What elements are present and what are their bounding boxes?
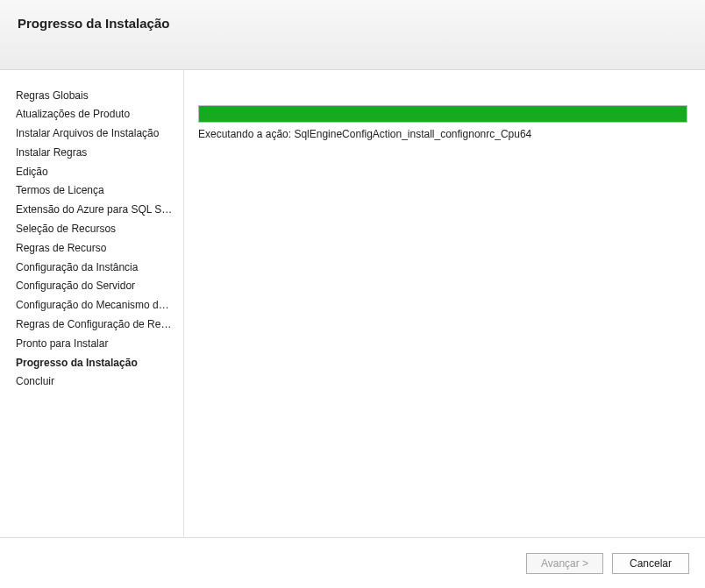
sidebar-item-label: Configuração da Instância: [16, 261, 138, 273]
sidebar-item-feature-selection[interactable]: Seleção de Recursos: [16, 220, 183, 239]
content-area: Regras Globais Atualizações de Produto I…: [0, 70, 705, 537]
sidebar-item-edition[interactable]: Edição: [16, 162, 183, 181]
sidebar-item-label: Edição: [16, 166, 48, 178]
sidebar-item-label: Instalar Arquivos de Instalação: [16, 127, 159, 139]
sidebar-item-label: Progresso da Instalação: [16, 357, 138, 369]
progress-bar: [198, 105, 687, 123]
sidebar-item-label: Instalar Regras: [16, 146, 87, 159]
sidebar-item-label: Extensão do Azure para SQL Ser…: [16, 203, 182, 216]
cancel-button[interactable]: Cancelar: [612, 553, 689, 574]
sidebar-item-global-rules[interactable]: Regras Globais: [16, 86, 183, 105]
sidebar-item-server-config[interactable]: Configuração do Servidor: [16, 277, 183, 296]
sidebar-item-label: Atualizações de Produto: [16, 108, 130, 120]
sidebar-item-label: Regras de Recurso: [16, 242, 106, 254]
progress-status-text: Executando a ação: SqlEngineConfigAction…: [198, 128, 687, 140]
sidebar-item-label: Regras de Configuração de Rec…: [16, 318, 176, 330]
sidebar-item-license-terms[interactable]: Termos de Licença: [16, 181, 183, 201]
wizard-steps-sidebar: Regras Globais Atualizações de Produto I…: [0, 70, 184, 537]
wizard-header: Progresso da Instalação: [0, 0, 705, 70]
progress-bar-fill: [199, 106, 687, 122]
sidebar-item-label: Seleção de Recursos: [16, 223, 116, 235]
sidebar-item-label: Pronto para Instalar: [16, 337, 108, 350]
sidebar-item-instance-config[interactable]: Configuração da Instância: [16, 258, 183, 277]
page-title: Progresso da Instalação: [18, 16, 687, 31]
sidebar-item-product-updates[interactable]: Atualizações de Produto: [16, 105, 183, 124]
sidebar-item-label: Configuração do Servidor: [16, 280, 135, 292]
sidebar-item-ready-install[interactable]: Pronto para Instalar: [16, 334, 183, 353]
wizard-footer: Avançar > Cancelar: [0, 537, 705, 588]
main-panel: Executando a ação: SqlEngineConfigAction…: [184, 70, 705, 537]
sidebar-item-engine-config[interactable]: Configuração do Mecanismo d…: [16, 296, 183, 315]
next-button[interactable]: Avançar >: [526, 553, 603, 574]
sidebar-item-azure-extension[interactable]: Extensão do Azure para SQL Ser…: [16, 201, 183, 220]
sidebar-item-feature-rules[interactable]: Regras de Recurso: [16, 238, 183, 258]
sidebar-item-label: Configuração do Mecanismo d…: [16, 299, 169, 311]
sidebar-item-label: Termos de Licença: [16, 184, 104, 196]
sidebar-item-complete[interactable]: Concluir: [16, 372, 183, 392]
sidebar-item-install-rules[interactable]: Instalar Regras: [16, 143, 183, 162]
sidebar-item-feature-config-rules[interactable]: Regras de Configuração de Rec…: [16, 315, 183, 335]
sidebar-item-install-setup-files[interactable]: Instalar Arquivos de Instalação: [16, 124, 183, 144]
sidebar-item-label: Regras Globais: [16, 89, 89, 102]
sidebar-item-label: Concluir: [16, 375, 54, 387]
progress-wrapper: Executando a ação: SqlEngineConfigAction…: [198, 105, 687, 140]
sidebar-item-install-progress[interactable]: Progresso da Instalação: [16, 353, 183, 372]
